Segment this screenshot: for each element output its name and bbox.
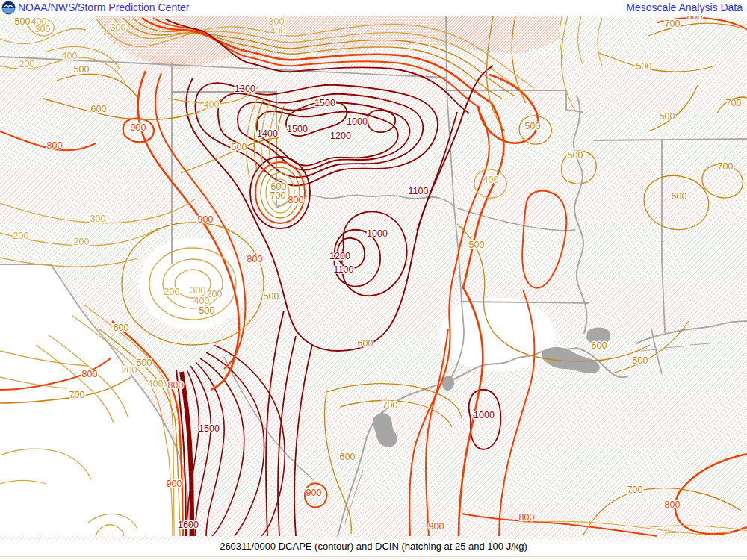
bottom-rule (0, 556, 747, 557)
contour-label: 200 (122, 365, 137, 376)
contour-label: 900 (167, 479, 182, 489)
contour-label: 300 (90, 214, 106, 224)
contour-label: 800 (82, 369, 98, 379)
contour-label: 1500 (287, 124, 308, 134)
contour-label: 500 (525, 121, 541, 131)
contour-label: 800 (168, 380, 184, 391)
contour-label: 1000 (347, 116, 368, 127)
contour-label: 1100 (334, 264, 354, 275)
contour-label: 500 (232, 142, 247, 152)
contour-label: 600 (672, 191, 687, 202)
state-border-or-river (446, 16, 447, 90)
contour-label: 700 (627, 485, 643, 495)
contour-label: 1500 (314, 98, 335, 108)
contour-label: 200 (13, 231, 29, 241)
contour-label: 700 (69, 390, 85, 400)
contour-label: 800 (47, 140, 63, 151)
contour-label: 900 (131, 122, 146, 133)
contour-label: 600 (114, 323, 129, 333)
contour-label: 1400 (257, 128, 278, 139)
contour-label: 400 (483, 175, 499, 185)
contour-label: 900 (198, 214, 214, 225)
contour-label: 300 (35, 24, 51, 34)
map-canvas[interactable]: 5004003003002004005006004005008009003002… (0, 0, 747, 560)
contour-label: 200 (19, 59, 35, 69)
contour-label: 1500 (199, 423, 220, 434)
contour-label: 600 (358, 338, 374, 349)
contour-label: 600 (91, 104, 107, 114)
contour-label: 400 (270, 26, 286, 37)
contour-label: 1100 (409, 186, 429, 196)
contour-label: 500 (264, 291, 279, 302)
contour-label: 900 (429, 521, 444, 532)
contour-label: 500 (568, 150, 583, 161)
contour-label: 500 (199, 305, 215, 316)
contour-label: 300 (269, 16, 285, 27)
contour-label: 1000 (474, 410, 495, 420)
contour-label: 500 (633, 355, 648, 366)
contour-label: 700 (726, 98, 742, 108)
contour-label: 900 (306, 488, 322, 498)
unhatched-region (438, 297, 555, 372)
contour-label: 700 (718, 161, 734, 172)
spc-mesoanalysis-page: NOAA/NWS/Storm Prediction Center Mesosca… (0, 0, 747, 560)
noaa-logo-icon (1, 1, 16, 15)
contour-label: 400 (148, 379, 164, 389)
contour-label: 700 (270, 190, 286, 201)
contour-label: 500 (137, 358, 152, 368)
contour-label: 800 (288, 195, 304, 205)
contour-label: 500 (660, 111, 675, 122)
contour-label: 200 (74, 237, 90, 247)
contour-label: 500 (15, 16, 31, 27)
contour-label: 800 (519, 512, 535, 523)
contour-label: 500 (469, 240, 485, 250)
contour-label: 1300 (235, 84, 255, 94)
contour-label: 200 (164, 287, 180, 297)
map-caption: 260311/0000 DCAPE (contour) and DCIN (ha… (0, 541, 747, 552)
contour-label: 700 (665, 19, 681, 29)
contour-label: 1200 (330, 131, 351, 141)
contour-label: 400 (204, 99, 220, 110)
header-left-link[interactable]: NOAA/NWS/Storm Prediction Center (18, 1, 190, 13)
contour-label: 700 (382, 400, 398, 411)
contour-label: 1000 (367, 228, 388, 239)
contour-label: 500 (636, 61, 652, 72)
contour-label: 500 (74, 64, 90, 75)
dcape-contour-map[interactable]: 5004003003002004005006004005008009003002… (0, 0, 747, 560)
contour-label: 400 (62, 51, 78, 61)
contour-label: 400 (194, 296, 210, 306)
header-right-link[interactable]: Mesoscale Analysis Data (626, 1, 743, 13)
contour-label: 1200 (329, 251, 350, 261)
contour-label: 300 (190, 285, 206, 296)
contour-label: 600 (592, 340, 607, 351)
contour-label: 600 (340, 452, 356, 462)
header-bar: NOAA/NWS/Storm Prediction Center Mesosca… (0, 0, 747, 16)
contour-label: 800 (247, 254, 263, 264)
contour-label: 300 (111, 22, 126, 33)
unhatched-region (139, 237, 247, 330)
contour-label: 800 (665, 500, 681, 510)
contour-label: 1600 (178, 520, 199, 530)
